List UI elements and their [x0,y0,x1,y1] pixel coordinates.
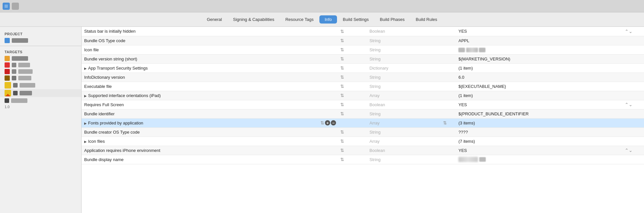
target-extra[interactable] [0,97,81,104]
row-stepper-2[interactable]: ⇅ [318,45,367,54]
target-item-2[interactable] [0,62,81,68]
scheme-icon[interactable] [12,3,19,10]
expand-arrow-12[interactable]: ▶ [84,140,87,143]
row-stepper-12[interactable]: ⇅ [318,137,367,146]
row-arrows-11 [613,127,644,137]
tab-build-phases[interactable]: Build Phases [375,15,410,24]
type-stepper-8[interactable] [434,100,456,109]
type-stepper-13[interactable] [434,146,456,155]
type-stepper-12[interactable] [434,137,456,146]
main-area: PROJECT TARGETS [0,27,644,213]
type-stepper-3[interactable] [434,54,456,63]
table-row: Bundle version string (short)⇅String$(MA… [82,54,644,63]
table-row-key-4: ▶App Transport Security Settings [82,63,318,73]
tab-info[interactable]: Info [319,15,337,24]
target-item-5[interactable] [0,81,81,89]
updown-icon-6[interactable]: ⇅ [340,84,344,89]
type-stepper-4[interactable] [434,63,456,73]
tab-general[interactable]: General [202,15,227,24]
updown-icon-8[interactable]: ⇅ [340,102,344,107]
target-item-6[interactable] [0,89,81,97]
type-stepper-0[interactable] [434,27,456,36]
updown-icon-3[interactable]: ⇅ [340,56,344,61]
target-extra-name [11,98,27,103]
table-row-key-1: Bundle OS Type code [82,36,318,45]
blur-icon2-2 [479,48,485,52]
type-stepper-6[interactable] [434,82,456,91]
updown-icon-2[interactable]: ⇅ [340,47,344,52]
row-type-2: String [367,45,435,54]
row-arrows-13[interactable]: ⌃⌄ [613,146,644,155]
dropdown-arrow-13[interactable]: ⌃⌄ [625,148,633,153]
type-stepper-5[interactable] [434,73,456,82]
row-value-0[interactable]: YES [456,27,613,36]
updown-icon-13[interactable]: ⇅ [340,148,344,153]
updown-icon-12[interactable]: ⇅ [340,139,344,144]
updown-icon-10[interactable]: ⇅ [320,120,324,125]
row-stepper-5[interactable]: ⇅ [318,73,367,82]
type-stepper-14[interactable] [434,155,456,164]
dropdown-arrow-0[interactable]: ⌃⌄ [625,29,633,34]
tab-build-rules[interactable]: Build Rules [410,15,442,24]
row-stepper-4[interactable]: ⇅ [318,63,367,73]
row-value-3: $(MARKETING_VERSION) [456,54,613,63]
updown-icon-4[interactable]: ⇅ [340,65,344,71]
updown-icon-0[interactable]: ⇅ [340,29,344,34]
row-stepper-14[interactable]: ⇅ [318,155,367,164]
row-type-6: String [367,82,435,91]
row-stepper-9[interactable]: ⇅ [318,109,367,118]
target-item-3[interactable] [0,68,81,75]
table-row-key-0: Status bar is initially hidden [82,27,318,36]
tab-signing[interactable]: Signing & Capabilities [228,15,279,24]
dropdown-arrow-8[interactable]: ⌃⌄ [625,102,633,107]
table-row-key-3: Bundle version string (short) [82,54,318,63]
row-stepper-7[interactable]: ⇅ [318,91,367,100]
type-stepper-1[interactable] [434,36,456,45]
updown-icon-1[interactable]: ⇅ [340,38,344,43]
type-stepper-2[interactable] [434,45,456,54]
row-arrows-6 [613,82,644,91]
add-icon-10[interactable]: + [325,120,330,125]
target-item-1[interactable] [0,55,81,62]
tab-build-settings[interactable]: Build Settings [338,15,374,24]
type-stepper-7[interactable] [434,91,456,100]
project-color-icon [5,38,10,43]
target-item-4[interactable] [0,75,81,81]
project-item[interactable] [0,37,81,44]
expand-arrow-7[interactable]: ▶ [84,94,87,98]
tab-resource-tags[interactable]: Resource Tags [280,15,319,24]
table-row-key-10: ▶Fonts provided by application [82,118,318,127]
row-stepper-11[interactable]: ⇅ [318,127,367,137]
expand-arrow-10[interactable]: ▶ [84,122,87,125]
updown-icon-14[interactable]: ⇅ [340,157,344,162]
row-value-8[interactable]: YES [456,100,613,109]
target-6-icon [5,90,11,96]
row-arrows-8[interactable]: ⌃⌄ [613,100,644,109]
type-stepper-9[interactable] [434,109,456,118]
expand-arrow-4[interactable]: ▶ [84,67,87,70]
table-row-key-6: Executable file [82,82,318,91]
updown-icon-7[interactable]: ⇅ [340,93,344,98]
row-value-13[interactable]: YES [456,146,613,155]
updown-icon-11[interactable]: ⇅ [340,129,344,135]
row-stepper-3[interactable]: ⇅ [318,54,367,63]
row-stepper-0[interactable]: ⇅ [318,27,367,36]
tabbar: General Signing & Capabilities Resource … [0,12,644,27]
row-arrows-0[interactable]: ⌃⌄ [613,27,644,36]
updown-icon-9[interactable]: ⇅ [340,111,344,116]
row-type-13: Boolean [367,146,435,155]
row-arrows-10 [613,118,644,127]
row-stepper-13[interactable]: ⇅ [318,146,367,155]
row-type-3: String [367,54,435,63]
updown-icon-5[interactable]: ⇅ [340,74,344,80]
type-stepper-11[interactable] [434,127,456,137]
type-stepper-10[interactable]: ⇅ [434,118,456,127]
row-stepper-8[interactable]: ⇅ [318,100,367,109]
project-section-label: PROJECT [0,30,81,37]
row-stepper-10[interactable]: ⇅ + − [318,118,367,127]
row-stepper-1[interactable]: ⇅ [318,36,367,45]
remove-icon-10[interactable]: − [331,120,336,125]
project-icon[interactable] [3,3,10,10]
row-stepper-6[interactable]: ⇅ [318,82,367,91]
row-value-12: (7 items) [456,137,613,146]
